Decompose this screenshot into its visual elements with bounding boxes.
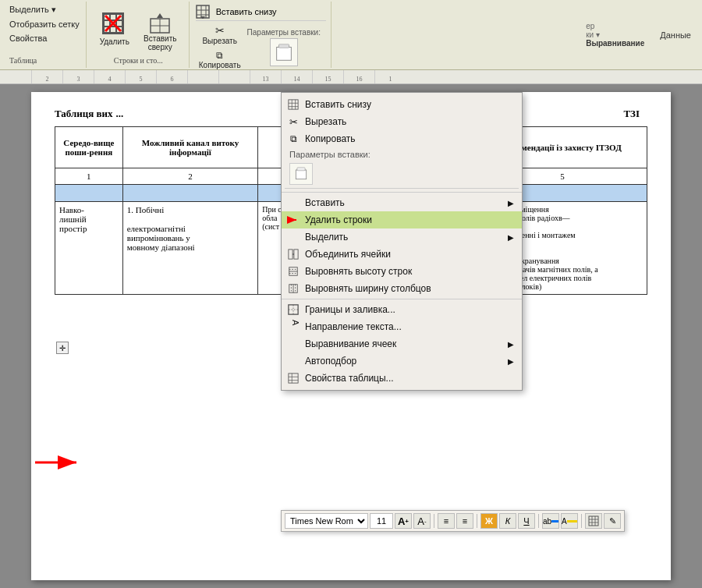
page-title-dots: ...	[116, 108, 124, 120]
borders-icon	[286, 303, 300, 317]
ctx-autofit-arrow: ▶	[508, 357, 514, 366]
ctx-cell-align-label: Выравнивание ячеек	[305, 338, 396, 349]
ruler: 2 3 4 5 6 13 14 15 16 1	[0, 70, 702, 84]
ctx-merge-cells-label: Объединить ячейки	[305, 249, 391, 260]
properties-button[interactable]: Свойства	[9, 34, 47, 43]
ctx-text-dir[interactable]: A Направление текста...	[282, 318, 522, 335]
data-cell-1: Навко-лишнійпростір	[55, 202, 123, 295]
ruler-tick: 3	[62, 70, 94, 83]
ctx-cut-label: Вырезать	[305, 116, 346, 127]
copy-ribbon-button[interactable]: ⧉ Копировать	[196, 48, 244, 71]
context-menu: Вставить снизу ✂ Вырезать ⧉ Копировать П…	[281, 92, 523, 391]
align-width-icon	[286, 282, 300, 296]
text-color-button[interactable]: ab	[542, 513, 559, 529]
ctx-select-label: Выделить	[305, 232, 348, 243]
grow-font-button[interactable]: A+	[395, 513, 412, 529]
underline-button[interactable]: Ч	[518, 513, 535, 529]
fmt-sep-2	[477, 514, 477, 528]
page: Таблиця вих ... ТЗІ ✛ Середо-вище поши-р…	[31, 92, 671, 580]
svg-rect-27	[289, 250, 292, 259]
ctx-table-props[interactable]: Свойства таблицы...	[282, 370, 522, 387]
svg-rect-28	[294, 250, 298, 259]
ctx-align-width[interactable]: Выровнять ширину столбцов	[282, 280, 522, 297]
highlight2-button[interactable]: ✎	[604, 513, 621, 529]
ribbon-group-insert: Вставить снизу ✂ Вырезать ⧉ Копировать П…	[191, 2, 332, 68]
ctx-borders[interactable]: Границы и заливка...	[282, 301, 522, 318]
ctx-paste-icon-row	[282, 161, 522, 186]
page-title-left: Таблиця вих	[55, 108, 113, 120]
ctx-paste-icon-btn[interactable]	[289, 163, 313, 185]
ruler-tick: 14	[281, 70, 312, 83]
fmt-sep-3	[538, 514, 539, 528]
highlight-label: A	[562, 517, 567, 526]
header-cell-1: Середо-вище поши-рення	[55, 127, 123, 168]
bold-button[interactable]: Ж	[480, 513, 498, 529]
ctx-merge-cells[interactable]: Объединить ячейки	[282, 246, 522, 263]
ctx-insert[interactable]: Вставить ▶	[282, 194, 522, 211]
ctx-delete-rows-label: Удалить строки	[305, 214, 372, 225]
ribbon-group-table: Выделить ▾ Отобразить сетку Свойства Таб…	[3, 2, 87, 68]
highlight-bar	[567, 520, 577, 522]
font-size-input[interactable]	[370, 513, 393, 529]
ruler-tick: 6	[156, 70, 187, 83]
red-arrow	[31, 447, 86, 478]
svg-rect-23	[296, 170, 306, 179]
ctx-copy[interactable]: ⧉ Копировать	[282, 130, 522, 147]
font-select[interactable]: Times New Rom	[285, 513, 368, 529]
delete-icon	[102, 12, 127, 37]
table-fmt-button[interactable]	[585, 513, 602, 529]
ctx-insert-below[interactable]: Вставить снизу	[282, 96, 522, 113]
delete-btn-wrapper: Удалить	[95, 10, 134, 49]
ctx-autofit[interactable]: Автоподбор ▶	[282, 352, 522, 370]
properties-label: Свойства	[9, 34, 47, 43]
sel-cell-2	[122, 185, 257, 202]
ctx-align-height[interactable]: Выровнять высоту строк	[282, 263, 522, 280]
ctx-text-dir-label: Направление текста...	[305, 321, 402, 332]
svg-rect-17	[289, 100, 298, 109]
ruler-tick: 5	[125, 70, 156, 83]
select-button[interactable]: Выделить ▾	[9, 5, 56, 15]
fmt-align1-button[interactable]: ≡	[438, 513, 455, 529]
insert-below-ribbon-label: Вставить снизу	[216, 7, 277, 16]
shrink-font-button[interactable]: A-	[413, 513, 431, 529]
fmt-sep-4	[581, 514, 582, 528]
svg-rect-41	[289, 374, 298, 383]
ctx-select[interactable]: Выделить ▶	[282, 228, 522, 246]
ruler-tick: 1	[374, 70, 406, 83]
scissors-icon: ✂	[286, 115, 300, 129]
paste-params-label: Параметры вставки:	[247, 28, 321, 37]
select-label: Выделить ▾	[9, 5, 56, 15]
align-group-label: ер ки ▾ Выравнивание	[586, 22, 644, 48]
show-grid-button[interactable]: Отобразить сетку	[9, 19, 80, 29]
insert-above-label: Вставитьсверху	[144, 34, 176, 51]
table-move-icon[interactable]: ✛	[56, 342, 69, 354]
ruler-tick: 15	[312, 70, 343, 83]
svg-rect-6	[197, 5, 209, 18]
ribbon-group-rows: Удалить Вставитьсверху	[88, 2, 190, 68]
tzi-label: ТЗІ	[623, 108, 647, 120]
fmt-align2-button[interactable]: ≡	[456, 513, 473, 529]
highlight-button[interactable]: A	[561, 513, 578, 529]
merge-icon	[286, 247, 300, 261]
format-toolbar: Times New Rom A+ A- ≡ ≡ Ж К Ч ab A	[281, 510, 625, 532]
ruler-tick: 13	[250, 70, 281, 83]
ctx-align-width-label: Выровнять ширину столбцов	[305, 283, 431, 294]
italic-button[interactable]: К	[499, 513, 516, 529]
ctx-autofit-label: Автоподбор	[305, 356, 356, 367]
ctx-insert-below-label: Вставить снизу	[305, 99, 371, 110]
delete-button[interactable]: Удалить	[95, 10, 134, 49]
ctx-delete-rows[interactable]: Удалить строки	[282, 211, 522, 228]
insert-above-button[interactable]: Вставитьсверху	[139, 10, 182, 49]
num-cell-2: 2	[122, 168, 257, 185]
ctx-cut[interactable]: ✂ Вырезать	[282, 113, 522, 130]
ctx-table-props-label: Свойства таблицы...	[305, 373, 394, 384]
sel-cell-1	[55, 185, 123, 202]
copy-icon: ⧉	[286, 132, 300, 146]
ruler-tick: 4	[94, 70, 125, 83]
insert-above-wrapper: Вставитьсверху	[139, 10, 182, 49]
ruler-tick	[218, 70, 250, 83]
cut-ribbon-button[interactable]: ✂ Вырезать	[199, 23, 239, 47]
ruler-tick: 2	[31, 70, 62, 83]
ctx-sep-1	[285, 188, 519, 189]
ctx-cell-align[interactable]: Выравнивание ячеек ▶	[282, 335, 522, 352]
